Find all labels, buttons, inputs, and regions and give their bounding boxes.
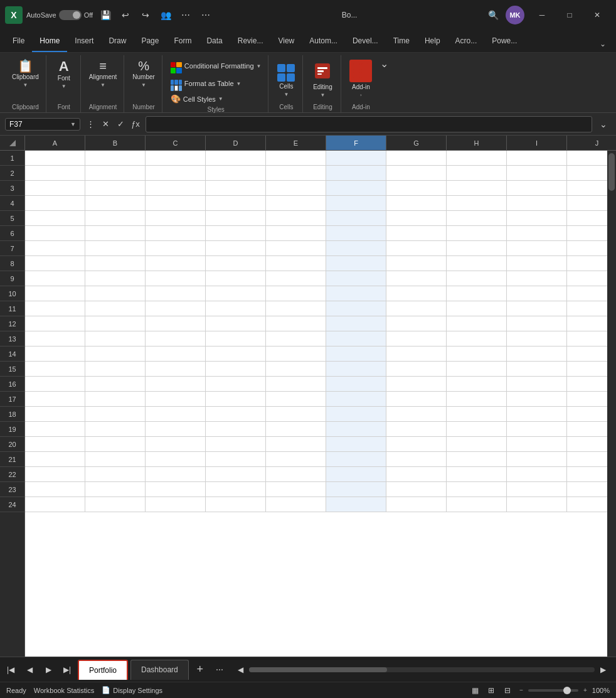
- row-12[interactable]: 12: [0, 316, 24, 331]
- sheet-nav-prev[interactable]: ◀: [21, 662, 38, 678]
- cell-A7[interactable]: [25, 241, 85, 256]
- cell-A12[interactable]: [25, 316, 85, 331]
- zoom-in-icon[interactable]: +: [583, 687, 587, 694]
- maximize-button[interactable]: □: [556, 5, 583, 25]
- cell-G3[interactable]: [386, 181, 447, 196]
- cell-G2[interactable]: [386, 166, 447, 181]
- cell-C1[interactable]: [146, 151, 206, 166]
- cell-E10[interactable]: [266, 286, 326, 301]
- cell-J8[interactable]: [567, 256, 607, 271]
- cell-A20[interactable]: [25, 437, 85, 452]
- formula-input[interactable]: [146, 116, 592, 132]
- cell-D4[interactable]: [206, 196, 266, 211]
- cell-G21[interactable]: [386, 452, 447, 467]
- cell-H18[interactable]: [447, 407, 507, 422]
- row-17[interactable]: 17: [0, 392, 24, 407]
- cell-H9[interactable]: [447, 271, 507, 286]
- cell-E9[interactable]: [266, 271, 326, 286]
- cell-F16[interactable]: [326, 377, 386, 392]
- row-5[interactable]: 5: [0, 211, 24, 226]
- cell-E13[interactable]: [266, 331, 326, 346]
- cell-H20[interactable]: [447, 437, 507, 452]
- cell-H11[interactable]: [447, 301, 507, 316]
- workbook-statistics[interactable]: Workbook Statistics: [34, 687, 94, 694]
- cell-styles-button[interactable]: 🎨 Cell Styles ▼: [167, 93, 265, 105]
- col-header-F[interactable]: F: [326, 136, 386, 150]
- cell-D3[interactable]: [206, 181, 266, 196]
- cell-D13[interactable]: [206, 331, 266, 346]
- scroll-right-button[interactable]: ▶: [595, 662, 611, 678]
- cell-F4[interactable]: [326, 196, 386, 211]
- cell-B3[interactable]: [85, 181, 146, 196]
- select-all-button[interactable]: [0, 136, 25, 150]
- cell-I6[interactable]: [507, 226, 567, 241]
- formula-bar-more-btn[interactable]: ⋮: [84, 118, 97, 131]
- cell-E2[interactable]: [266, 166, 326, 181]
- col-header-C[interactable]: C: [146, 136, 206, 150]
- cell-H12[interactable]: [447, 316, 507, 331]
- cell-C5[interactable]: [146, 211, 206, 226]
- cell-B20[interactable]: [85, 437, 146, 452]
- tab-file[interactable]: File: [5, 30, 32, 52]
- row-15[interactable]: 15: [0, 362, 24, 377]
- cell-A16[interactable]: [25, 377, 85, 392]
- autosave-toggle[interactable]: [59, 10, 82, 20]
- cell-I17[interactable]: [507, 392, 567, 407]
- cell-J14[interactable]: [567, 346, 607, 362]
- cell-C22[interactable]: [146, 467, 206, 482]
- cell-B7[interactable]: [85, 241, 146, 256]
- cell-E12[interactable]: [266, 316, 326, 331]
- cell-E19[interactable]: [266, 422, 326, 437]
- tab-developer[interactable]: Devel...: [345, 30, 386, 52]
- cell-I12[interactable]: [507, 316, 567, 331]
- cell-B8[interactable]: [85, 256, 146, 271]
- cell-D11[interactable]: [206, 301, 266, 316]
- excel-logo[interactable]: X: [5, 6, 23, 24]
- cell-G24[interactable]: [386, 497, 447, 512]
- cell-E16[interactable]: [266, 377, 326, 392]
- cell-A6[interactable]: [25, 226, 85, 241]
- zoom-out-icon[interactable]: −: [519, 687, 523, 694]
- cell-H1[interactable]: [447, 151, 507, 166]
- cell-C21[interactable]: [146, 452, 206, 467]
- cell-G11[interactable]: [386, 301, 447, 316]
- cell-E14[interactable]: [266, 346, 326, 362]
- cell-H17[interactable]: [447, 392, 507, 407]
- cell-E5[interactable]: [266, 211, 326, 226]
- share-icon[interactable]: 👥: [157, 6, 174, 24]
- col-header-I[interactable]: I: [507, 136, 567, 150]
- row-7[interactable]: 7: [0, 241, 24, 256]
- cell-B6[interactable]: [85, 226, 146, 241]
- row-11[interactable]: 11: [0, 301, 24, 316]
- cell-F14[interactable]: [326, 346, 386, 362]
- cell-H3[interactable]: [447, 181, 507, 196]
- cell-I19[interactable]: [507, 422, 567, 437]
- alignment-button[interactable]: ≡ Alignment ▼: [86, 58, 120, 90]
- cell-F24[interactable]: [326, 497, 386, 512]
- sheet-tabs-more-button[interactable]: ⋯: [211, 662, 228, 678]
- cell-E6[interactable]: [266, 226, 326, 241]
- row-8[interactable]: 8: [0, 256, 24, 271]
- ribbon-collapse-arrow[interactable]: ⌄: [380, 55, 388, 112]
- cell-D22[interactable]: [206, 467, 266, 482]
- cell-G6[interactable]: [386, 226, 447, 241]
- row-18[interactable]: 18: [0, 407, 24, 422]
- cancel-formula-button[interactable]: ✕: [99, 118, 112, 131]
- cell-B9[interactable]: [85, 271, 146, 286]
- sheet-nav-last[interactable]: ▶|: [59, 662, 75, 678]
- cell-B14[interactable]: [85, 346, 146, 362]
- sheet-nav-next[interactable]: ▶: [40, 662, 56, 678]
- col-header-A[interactable]: A: [25, 136, 85, 150]
- cell-H7[interactable]: [447, 241, 507, 256]
- cell-B11[interactable]: [85, 301, 146, 316]
- tab-power[interactable]: Powe...: [484, 30, 524, 52]
- cell-H5[interactable]: [447, 211, 507, 226]
- cell-B22[interactable]: [85, 467, 146, 482]
- page-layout-button[interactable]: ⊞: [484, 684, 498, 697]
- cell-B2[interactable]: [85, 166, 146, 181]
- cell-D9[interactable]: [206, 271, 266, 286]
- cell-J1[interactable]: [567, 151, 607, 166]
- cell-D20[interactable]: [206, 437, 266, 452]
- cell-F21[interactable]: [326, 452, 386, 467]
- cell-A14[interactable]: [25, 346, 85, 362]
